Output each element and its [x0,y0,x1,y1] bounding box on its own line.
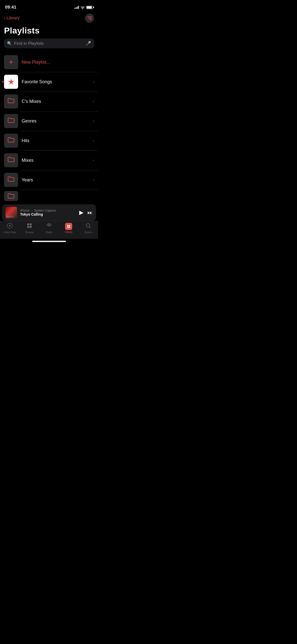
folder-icon [8,98,15,105]
hits-thumb [4,134,18,148]
star-icon: ★ [8,77,15,87]
page-title: Playlists [0,25,98,38]
back-button[interactable]: ‹ Library [4,16,20,21]
playlist-name-genres: Genres [22,118,91,124]
mixes-thumb [4,153,18,167]
favorite-songs-thumb: ★ [4,75,18,89]
search-icon: 🔍 [7,41,12,46]
filter-lines-icon [87,17,92,20]
playlist-list: + New Playlist... ★ ★ Favorite Songs › C… [0,52,98,202]
svg-rect-2 [27,223,29,225]
signal-bars-icon [74,6,79,9]
playlist-item-cs-mixes[interactable]: C's Mixes › [0,92,98,111]
tab-library[interactable]: Library [59,223,78,233]
mini-player-controls: ▶ ⏭ [79,209,93,216]
back-label: Library [7,16,20,21]
svg-rect-5 [30,226,32,228]
folder-icon [8,117,15,125]
playlist-item-partial[interactable] [0,190,98,202]
back-chevron-icon: ‹ [4,15,6,21]
mini-player-artwork: TOKYO [6,207,17,218]
plus-icon: + [9,58,13,66]
tab-listen-now-label: Listen Now [4,231,16,234]
battery-icon [86,6,93,9]
playlist-name-favorite-songs: Favorite Songs [22,79,91,85]
status-bar: 09:41 [0,0,98,13]
playlist-name-hits: Hits [22,138,91,143]
svg-rect-4 [27,226,29,228]
genres-thumb [4,114,18,128]
svg-line-11 [90,227,91,228]
tab-browse-label: Browse [25,231,33,234]
playlist-item-years[interactable]: Years › [0,170,98,190]
chevron-right-icon: › [93,99,94,104]
svg-point-6 [48,225,50,226]
home-indicator [32,241,66,242]
favorite-dot: ★ [2,80,4,84]
cs-mixes-thumb [4,94,18,108]
playlist-item-hits[interactable]: Hits › [0,131,98,150]
playlist-name-years: Years [22,177,91,183]
playlist-item-genres[interactable]: Genres › [0,111,98,131]
chevron-right-icon: › [93,119,94,123]
status-time: 09:41 [5,5,16,10]
nav-header: ‹ Library [0,13,98,25]
playlist-name-cs-mixes: C's Mixes [22,99,91,104]
tab-bar: Listen Now Browse Radio [0,221,98,239]
tab-library-label: Library [65,231,73,233]
folder-icon [8,137,15,145]
playlist-item-mixes[interactable]: Mixes › [0,150,98,170]
chevron-right-icon: › [93,158,94,163]
new-playlist-item[interactable]: + New Playlist... [0,52,98,72]
skip-forward-button[interactable]: ⏭ [88,210,93,216]
chevron-right-icon: › [93,138,94,143]
radio-icon [46,223,52,230]
partial-thumb [4,191,18,201]
svg-rect-8 [69,225,70,226]
years-thumb [4,173,18,187]
search-bar[interactable]: 🔍 Find in Playlists 🎤 [4,38,94,48]
wifi-icon [80,6,85,9]
new-playlist-thumb: + [4,55,18,69]
search-tab-icon [85,223,91,230]
svg-rect-7 [67,225,68,226]
tab-radio[interactable]: Radio [39,223,59,234]
svg-rect-3 [30,223,32,225]
filter-button[interactable] [85,14,94,23]
mini-player[interactable]: TOKYO iPhone → System Capture Tokyo Call… [2,204,96,221]
chevron-right-icon: › [93,178,94,182]
tab-listen-now[interactable]: Listen Now [0,223,20,234]
microphone-icon[interactable]: 🎤 [86,41,91,46]
svg-marker-1 [9,225,11,227]
mini-player-route: iPhone → System Capture [20,209,76,212]
play-button[interactable]: ▶ [79,209,83,216]
artwork-image: TOKYO [6,207,17,218]
playlist-item-favorite-songs[interactable]: ★ ★ Favorite Songs › [0,72,98,92]
folder-icon [8,176,15,184]
playlist-name-mixes: Mixes [22,158,91,163]
library-icon [65,223,72,230]
tab-search-label: Search [84,231,92,234]
status-icons [74,6,93,9]
search-placeholder: Find in Playlists [14,41,84,46]
listen-now-icon [7,223,13,230]
mini-player-info: iPhone → System Capture Tokyo Calling [20,209,76,216]
tab-browse[interactable]: Browse [20,223,39,234]
tab-radio-label: Radio [46,231,52,234]
new-playlist-label: New Playlist... [22,60,94,65]
chevron-right-icon: › [93,79,94,84]
tab-search[interactable]: Search [78,223,98,234]
svg-rect-9 [67,227,70,228]
mini-player-title: Tokyo Calling [20,212,76,216]
folder-icon [8,156,15,164]
browse-icon [26,223,32,230]
